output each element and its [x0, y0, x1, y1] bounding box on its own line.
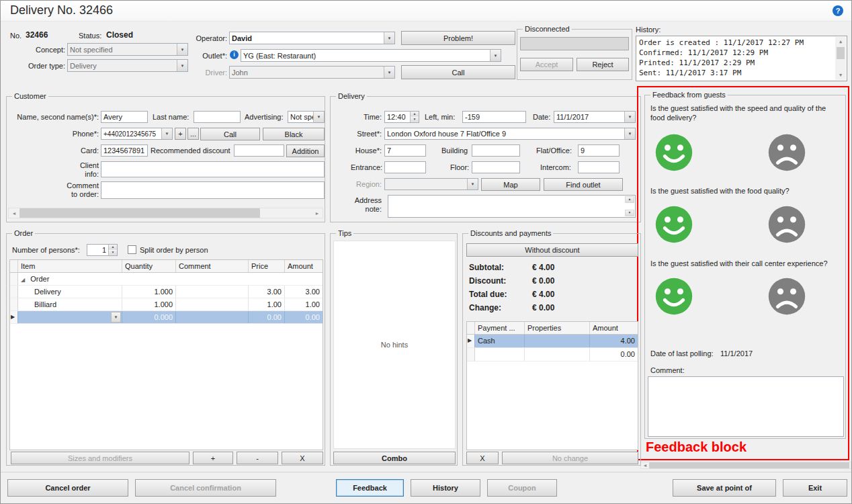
scroll-left-icon[interactable]: ◄ — [9, 208, 19, 218]
column-header[interactable]: Item — [18, 260, 122, 272]
add-item-button[interactable]: + — [193, 452, 233, 464]
happy-smiley-icon[interactable] — [654, 133, 693, 172]
coupon-button[interactable]: Coupon — [487, 479, 557, 497]
cancel-confirmation-button[interactable]: Cancel confirmation — [135, 479, 276, 497]
spin-down-icon[interactable]: ▼ — [109, 250, 117, 255]
feedback-comment-field[interactable] — [648, 376, 844, 437]
outlet-select[interactable]: YG (East: Restaraunt) ▼ — [241, 49, 501, 62]
group-expanded-icon[interactable]: ◢ — [21, 277, 25, 283]
table-row[interactable]: 0.00 — [467, 348, 638, 362]
problem-button[interactable]: Problem! — [401, 31, 515, 45]
intercom-field[interactable] — [578, 161, 620, 173]
order-type-select[interactable]: Delivery ▼ — [67, 59, 188, 72]
flat-office-field[interactable]: 9 — [578, 144, 620, 157]
exit-button[interactable]: Exit — [783, 479, 847, 497]
recommended-discount-field[interactable] — [234, 144, 284, 157]
without-discount-button[interactable]: Without discount — [466, 243, 638, 257]
remove-item-button[interactable]: - — [237, 452, 278, 464]
region-select[interactable]: ▼ — [384, 178, 478, 190]
phone-options-button[interactable]: ... — [187, 128, 199, 140]
map-button[interactable]: Map — [481, 178, 540, 191]
advertising-select[interactable]: Not spe ▼ — [288, 111, 325, 123]
table-row[interactable]: Billiard 1.000 1.00 1.00 — [10, 298, 323, 311]
scroll-down-icon[interactable]: ▼ — [835, 71, 846, 80]
call-driver-button[interactable]: Call — [401, 65, 515, 79]
info-icon[interactable]: i — [230, 50, 239, 59]
concept-select[interactable]: Not specified ▼ — [67, 43, 188, 56]
address-note-scrollbar[interactable]: ▲ ▼ — [625, 196, 634, 216]
delete-item-button[interactable]: X — [282, 452, 323, 464]
customer-h-scrollbar[interactable]: ◄ ► — [8, 208, 323, 218]
feedback-button[interactable]: Feedback — [336, 479, 404, 497]
persons-spinner[interactable]: ▲ ▼ — [108, 245, 117, 255]
sad-smiley-icon[interactable] — [767, 205, 806, 244]
delete-payment-button[interactable]: X — [466, 452, 499, 464]
table-row[interactable]: Delivery 1.000 3.00 3.00 — [10, 286, 323, 298]
split-order-checkbox[interactable] — [128, 245, 136, 254]
comment-to-order-field[interactable] — [101, 181, 325, 199]
phone-select[interactable]: +4402012345675 ▼ — [101, 128, 173, 140]
happy-smiley-icon[interactable] — [654, 277, 693, 316]
order-group-row[interactable]: ◢ Order — [10, 273, 323, 286]
blacklist-button[interactable]: Black — [263, 128, 325, 140]
no-change-button[interactable]: No change — [502, 452, 638, 464]
scroll-thumb[interactable] — [19, 208, 260, 218]
column-header[interactable]: Comment — [176, 260, 249, 272]
happy-smiley-icon[interactable] — [654, 205, 693, 244]
scroll-up-icon[interactable]: ▲ — [835, 37, 846, 46]
additional-button[interactable]: Addition — [286, 144, 325, 157]
column-header[interactable]: Amount — [285, 260, 323, 272]
spin-up-icon[interactable]: ▲ — [411, 112, 419, 117]
table-row-selected[interactable]: ▶ Cash 4.00 — [467, 335, 638, 348]
left-min-field[interactable]: -159 — [462, 111, 526, 123]
table-row-selected[interactable]: ▶ ▼ 0.000 0.00 0.00 — [10, 311, 323, 324]
save-at-point-of-sale-button[interactable]: Save at point of — [673, 479, 776, 497]
cancel-order-button[interactable]: Cancel order — [7, 479, 128, 497]
operator-select[interactable]: David ▼ — [229, 32, 395, 44]
spin-down-icon[interactable]: ▼ — [411, 117, 419, 122]
column-header[interactable]: Price — [249, 260, 285, 272]
disconnected-field[interactable] — [520, 37, 629, 50]
time-field[interactable]: 12:40 ▲ ▼ — [384, 111, 419, 123]
column-header[interactable]: Payment ... — [475, 322, 525, 334]
call-customer-button[interactable]: Call — [200, 128, 260, 140]
time-spinner[interactable]: ▲ ▼ — [410, 112, 419, 122]
scroll-thumb[interactable] — [649, 462, 849, 468]
house-field[interactable]: 7 — [384, 144, 426, 157]
help-icon[interactable]: ? — [833, 5, 843, 16]
column-header[interactable]: Properties — [525, 322, 590, 334]
item-select-arrow[interactable]: ▼ — [111, 312, 121, 323]
last-name-field[interactable] — [194, 111, 241, 123]
scroll-left-icon[interactable]: ◄ — [641, 462, 649, 468]
persons-stepper[interactable]: 1 ▲ ▼ — [87, 244, 118, 256]
feedback-h-scrollbar[interactable]: ◄ — [640, 462, 851, 469]
date-select[interactable]: 11/1/2017 ▼ — [554, 111, 636, 123]
sizes-and-modifiers-button[interactable]: Sizes and modifiers — [11, 452, 189, 464]
scroll-up-icon[interactable]: ▲ — [625, 196, 634, 203]
entrance-field[interactable] — [384, 161, 426, 173]
sad-smiley-icon[interactable] — [767, 277, 806, 316]
accept-button[interactable]: Accept — [520, 58, 573, 71]
driver-select[interactable]: John ▼ — [229, 66, 395, 79]
combo-button[interactable]: Combo — [333, 452, 456, 464]
spin-up-icon[interactable]: ▲ — [109, 245, 117, 250]
card-field[interactable]: 1234567891 — [101, 144, 148, 157]
scroll-right-icon[interactable]: ► — [312, 208, 323, 218]
column-header[interactable]: Quantity — [122, 260, 176, 272]
building-field[interactable] — [472, 144, 520, 157]
name-field[interactable]: Avery — [101, 111, 148, 123]
scroll-thumb[interactable] — [837, 47, 845, 59]
title-bar: Delivery No. 32466 ? — [1, 1, 851, 22]
floor-field[interactable] — [472, 161, 520, 173]
sad-smiley-icon[interactable] — [767, 133, 806, 172]
find-outlet-button[interactable]: Find outlet — [544, 178, 623, 191]
history-button[interactable]: History — [411, 479, 480, 497]
column-header[interactable]: Amount — [590, 322, 638, 334]
client-info-field[interactable] — [101, 161, 325, 177]
scroll-down-icon[interactable]: ▼ — [625, 210, 634, 216]
add-phone-button[interactable]: + — [175, 128, 186, 140]
street-select[interactable]: London Oxford house 7 Flat/Office 9 ▼ — [384, 128, 636, 140]
address-note-field[interactable]: ▲ ▼ — [388, 195, 636, 218]
history-scrollbar[interactable]: ▲ ▼ — [835, 37, 846, 80]
reject-button[interactable]: Reject — [577, 58, 629, 71]
